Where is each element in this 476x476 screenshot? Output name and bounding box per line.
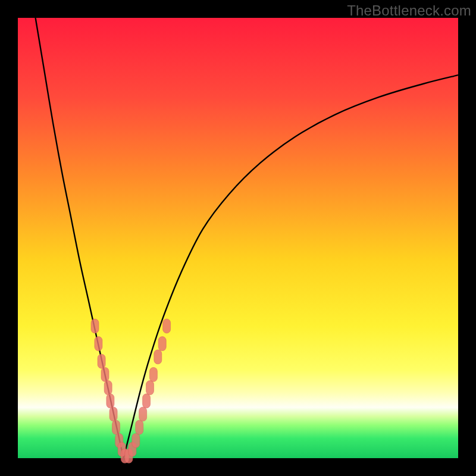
marker-point <box>143 394 151 408</box>
plot-area <box>18 18 458 458</box>
curve-right-branch <box>124 75 458 458</box>
marker-group <box>91 319 171 463</box>
marker-point <box>163 319 171 333</box>
marker-point <box>104 381 112 395</box>
marker-point <box>107 394 114 408</box>
marker-point <box>101 367 109 381</box>
marker-point <box>139 407 147 421</box>
marker-point <box>149 367 157 381</box>
marker-point <box>112 420 120 434</box>
marker-point <box>109 407 117 421</box>
marker-point <box>91 319 99 333</box>
chart-svg <box>18 18 458 458</box>
marker-point <box>136 420 143 434</box>
marker-point <box>146 381 154 395</box>
watermark-text: TheBottleneck.com <box>347 2 471 19</box>
marker-point <box>98 354 105 368</box>
marker-point <box>132 433 140 447</box>
marker-point <box>95 337 102 351</box>
marker-point <box>154 350 162 364</box>
chart-frame: TheBottleneck.com <box>0 0 476 476</box>
marker-point <box>158 337 166 351</box>
